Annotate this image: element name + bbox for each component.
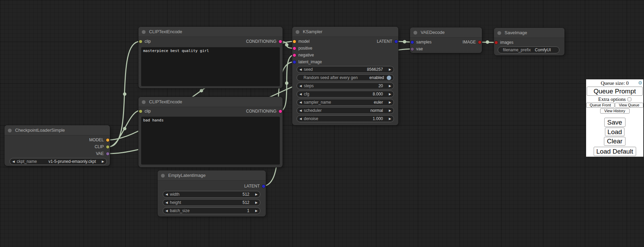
latent-image-input-port[interactable]: latent_image [293,60,322,64]
load-button[interactable]: Load [605,128,624,136]
clip-input-port[interactable]: clip [139,109,151,114]
right-arrow-icon[interactable]: ▶ [253,199,258,206]
latent-port-icon[interactable] [293,61,296,64]
queue-prompt-button[interactable]: Queue Prompt [587,87,643,96]
latent-output-port[interactable]: LATENT [377,39,398,44]
random-seed-toggle-widget[interactable]: Random seed after every gen enabled [297,74,394,81]
seed-widget[interactable]: ◀ seed 8566257 ▶ [297,66,394,73]
node-title-bar[interactable]: CLIPTextEncode [138,97,283,107]
widget-value: 1 [189,208,253,213]
left-arrow-icon[interactable]: ◀ [165,191,170,197]
node-title-bar[interactable]: CheckpointLoaderSimple [4,125,110,135]
collapse-dot-icon[interactable] [8,129,12,132]
left-arrow-icon[interactable]: ◀ [299,107,304,114]
positive-prompt-textarea[interactable]: masterpiece best quality girl [141,47,280,86]
gear-icon[interactable]: ⚙ [638,80,642,86]
samples-input-port[interactable]: samples [411,40,432,44]
sampler-name-widget[interactable]: ◀ sampler_name euler ▶ [297,99,394,106]
scheduler-widget[interactable]: ◀ scheduler normal ▶ [297,107,394,114]
filename-prefix-widget[interactable]: filename_prefix ComfyUI [498,47,559,53]
collapse-dot-icon[interactable] [142,100,146,104]
view-queue-button[interactable]: View Queue [615,103,643,108]
conditioning-output-port[interactable]: CONDITIONING [246,109,282,114]
left-arrow-icon[interactable]: ◀ [299,91,304,97]
left-arrow-icon[interactable]: ◀ [165,199,170,206]
left-arrow-icon[interactable]: ◀ [299,83,304,89]
queue-size-label: Queue size: 0 [601,80,629,86]
load-default-button[interactable]: Load Default [594,147,636,156]
left-arrow-icon[interactable]: ◀ [165,208,170,214]
left-arrow-icon[interactable]: ◀ [299,99,304,105]
width-widget[interactable]: ◀ width 512 ▶ [163,191,260,198]
latent-output-port[interactable]: LATENT [244,184,265,188]
collapse-dot-icon[interactable] [413,31,417,35]
negative-prompt-textarea[interactable]: bad hands [141,117,280,165]
clip-input-port[interactable]: clip [139,39,151,44]
image-output-port[interactable]: IMAGE [462,40,481,44]
cfg-widget[interactable]: ◀ cfg 8.000 ▶ [297,91,394,98]
latent-port-icon[interactable] [411,41,414,44]
negative-input-port[interactable]: negative [293,53,314,57]
extra-options-checkbox[interactable] [628,98,631,101]
image-port-icon[interactable] [495,41,498,44]
conditioning-port-icon[interactable] [293,47,296,50]
right-arrow-icon[interactable]: ▶ [387,116,391,122]
collapse-dot-icon[interactable] [497,31,501,35]
clip-port-icon[interactable] [139,110,142,113]
node-title-bar[interactable]: CLIPTextEncode [138,27,283,37]
ckpt-name-widget[interactable]: ◀ ckpt_name v1-5-pruned-emaonly.ckpt ▶ [10,158,107,165]
denoise-widget[interactable]: ◀ denoise 1.000 ▶ [297,115,394,122]
port-label: model [298,39,310,44]
latent-port-icon[interactable] [262,185,265,188]
collapse-dot-icon[interactable] [142,30,146,34]
images-input-port[interactable]: images [495,40,513,45]
node-title-bar[interactable]: EmptyLatentImage [158,170,266,181]
collapse-dot-icon[interactable] [296,30,299,34]
conditioning-port-icon[interactable] [293,54,296,57]
node-title-bar[interactable]: VAEDecode [410,27,482,38]
right-arrow-icon[interactable]: ▶ [100,158,104,165]
vae-output-port[interactable]: VAE [96,151,109,156]
toggle-dot-icon[interactable] [387,76,391,80]
batch-size-widget[interactable]: ◀ batch_size 1 ▶ [163,207,260,214]
clip-output-port[interactable]: CLIP [95,144,109,149]
left-arrow-icon[interactable]: ◀ [299,116,304,122]
save-button[interactable]: Save [604,118,626,127]
latent-port-icon[interactable] [395,40,398,43]
right-arrow-icon[interactable]: ▶ [253,191,258,197]
model-port-icon[interactable] [293,40,296,43]
right-arrow-icon[interactable]: ▶ [387,107,391,114]
queue-front-button[interactable]: Queue Front [586,103,615,108]
conditioning-port-icon[interactable] [279,110,282,113]
link-midpoint-dot [200,89,203,92]
left-arrow-icon[interactable]: ◀ [12,158,17,165]
view-history-button[interactable]: View History [600,108,630,114]
height-widget[interactable]: ◀ height 512 ▶ [163,199,260,206]
right-arrow-icon[interactable]: ▶ [387,66,391,73]
vae-port-icon[interactable] [411,48,414,51]
positive-input-port[interactable]: positive [293,46,312,51]
extra-options-label: Extra options [598,96,626,102]
right-arrow-icon[interactable]: ▶ [387,83,391,89]
model-port-icon[interactable] [106,139,109,142]
port-label: clip [145,39,151,44]
collapse-dot-icon[interactable] [161,174,165,178]
right-arrow-icon[interactable]: ▶ [253,208,258,214]
right-arrow-icon[interactable]: ▶ [387,99,391,105]
right-arrow-icon[interactable]: ▶ [387,91,391,97]
clip-port-icon[interactable] [139,40,142,43]
left-arrow-icon[interactable]: ◀ [299,66,304,73]
model-input-port[interactable]: model [293,39,310,44]
conditioning-output-port[interactable]: CONDITIONING [246,39,282,44]
image-port-icon[interactable] [478,41,481,44]
node-title-bar[interactable]: KSampler [292,27,398,37]
vae-input-port[interactable]: vae [411,47,423,51]
widget-value: euler [331,100,387,105]
node-title-bar[interactable]: SaveImage [494,28,565,38]
clear-button[interactable]: Clear [604,137,626,146]
vae-port-icon[interactable] [106,152,109,155]
clip-port-icon[interactable] [106,145,109,148]
conditioning-port-icon[interactable] [279,40,282,43]
steps-widget[interactable]: ◀ steps 20 ▶ [297,82,394,89]
model-output-port[interactable]: MODEL [89,138,109,142]
